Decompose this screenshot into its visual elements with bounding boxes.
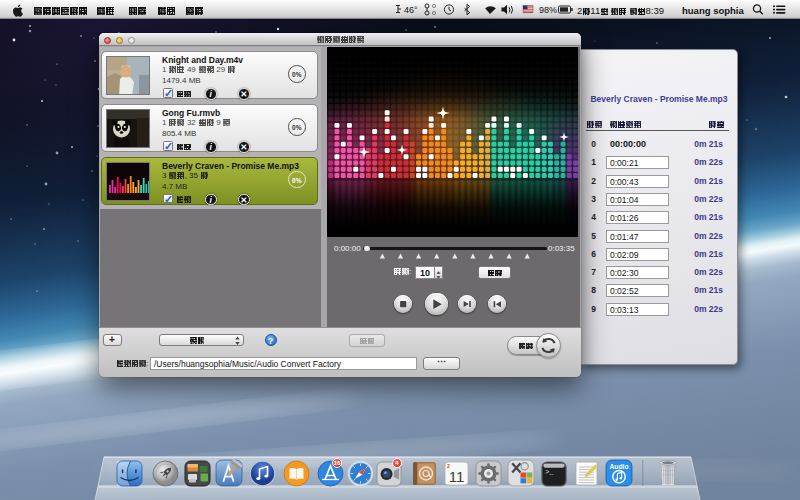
svg-text:11: 11	[448, 468, 464, 485]
svg-text:Audio: Audio	[609, 463, 628, 470]
svg-text:>_: >_	[545, 468, 554, 476]
